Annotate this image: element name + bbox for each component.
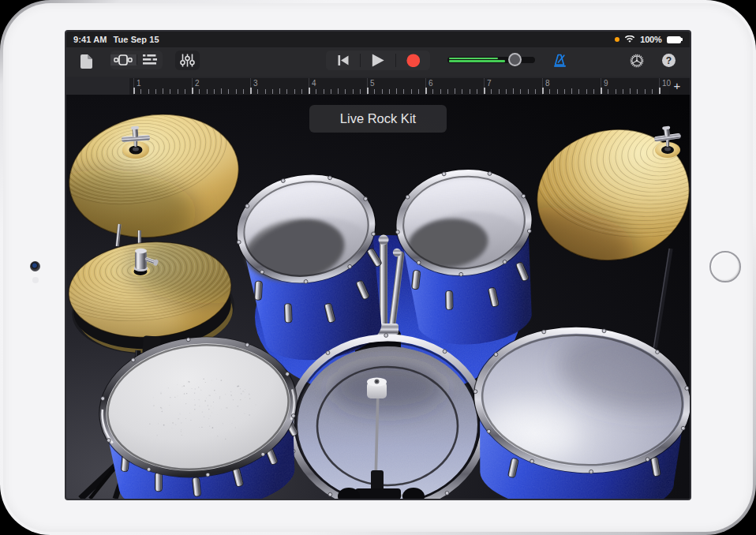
ruler-tick [411, 89, 412, 94]
ruler-tick [578, 89, 579, 94]
record-button[interactable] [395, 54, 430, 68]
my-songs-button[interactable] [77, 52, 95, 71]
screen: 9:41 AM Tue Sep 15 100% [66, 32, 690, 499]
record-icon [406, 54, 421, 68]
ruler-tick [374, 89, 375, 94]
kit-name-label: Live Rock Kit [340, 111, 416, 126]
rewind-to-beginning-icon [338, 55, 349, 65]
ruler-zone [129, 78, 669, 95]
document-icon [80, 54, 93, 69]
ruler-tick [491, 89, 492, 94]
volume-level-right [449, 60, 505, 62]
ruler-tick [272, 89, 273, 94]
ruler-tick [353, 89, 354, 94]
ruler-tick [608, 89, 608, 94]
ruler-tick [228, 89, 229, 94]
rewind-button[interactable] [326, 55, 360, 65]
front-camera [30, 261, 40, 271]
settings-button[interactable] [629, 53, 645, 69]
ruler-bar-tick [425, 88, 427, 94]
ruler-tick [513, 88, 514, 94]
metronome-button[interactable] [553, 54, 567, 67]
ruler-tick [265, 89, 266, 94]
ruler-tick [652, 89, 653, 94]
ruler-tick [432, 89, 433, 94]
ruler-bar-tick [484, 88, 485, 94]
ruler-tick [637, 89, 638, 94]
ruler-tick [294, 89, 295, 94]
metronome-icon [553, 54, 567, 67]
ruler-tick [630, 88, 631, 94]
ruler-tick [207, 89, 208, 94]
ruler-tick [382, 89, 383, 94]
instrument-view-icon [114, 54, 133, 65]
drum-kit [66, 95, 690, 499]
wifi-icon [624, 36, 635, 44]
ruler-tick [389, 89, 390, 94]
bar-ruler[interactable]: 12345678910 + [66, 77, 690, 95]
ruler-tick [477, 89, 477, 94]
ruler-tick [616, 89, 616, 94]
ruler-tick [549, 89, 550, 94]
ruler-tick [571, 88, 572, 94]
ruler-tick [221, 88, 222, 94]
ruler-tick [199, 89, 200, 94]
kit-name-button[interactable]: Live Rock Kit [309, 105, 447, 133]
ruler-bar-number: 5 [370, 79, 375, 88]
drums-instrument-area: Live Rock Kit [66, 95, 690, 499]
ruler-tick [593, 89, 594, 94]
battery-icon [667, 36, 683, 43]
ruler-tick [447, 89, 448, 94]
ruler-tick [286, 89, 287, 94]
transport-controls [326, 51, 430, 70]
ipad-frame: 9:41 AM Tue Sep 15 100% [0, 0, 756, 535]
ruler-tick [257, 89, 258, 94]
ruler-tick [499, 89, 500, 94]
ruler-bar-tick [659, 88, 661, 94]
play-icon [372, 54, 385, 67]
ruler-tick [301, 89, 302, 94]
ruler-tick [148, 89, 149, 94]
tracks-view-icon [143, 54, 157, 65]
gear-icon [629, 53, 645, 69]
ruler-tick [360, 89, 361, 94]
add-bars-button[interactable]: + [668, 77, 687, 95]
track-controls-button[interactable] [175, 51, 200, 70]
ruler-bar-number: 8 [545, 79, 550, 88]
ruler-tick [623, 89, 623, 94]
track-controls-icon [180, 54, 195, 67]
view-segmented-control [110, 51, 163, 69]
ruler-tick [564, 89, 565, 94]
ruler-tick [557, 89, 558, 94]
status-date: Tue Sep 15 [113, 35, 159, 44]
home-button[interactable] [709, 251, 741, 282]
ruler-tick [345, 89, 346, 94]
ruler-bar-tick [601, 88, 602, 94]
ruler-tick [331, 89, 331, 94]
ruler-bar-number: 7 [487, 79, 492, 88]
ruler-tick [178, 89, 178, 94]
help-label: ? [666, 55, 672, 66]
help-button[interactable]: ? [662, 54, 676, 67]
ruler-tick [535, 89, 536, 94]
ruler-tick [324, 89, 324, 94]
tracks-view-button[interactable] [137, 54, 163, 65]
ruler-tick [440, 89, 441, 94]
ruler-tick [470, 89, 470, 94]
kick-drum[interactable] [290, 334, 485, 499]
ruler-bar-tick [309, 88, 310, 94]
play-button[interactable] [360, 54, 395, 67]
ruler-bar-number: 9 [604, 79, 608, 88]
instrument-view-button[interactable] [110, 54, 137, 65]
ruler-tick [316, 89, 316, 94]
ruler-bar-tick [250, 88, 252, 94]
ruler-tick [506, 89, 507, 94]
ruler-tick [170, 89, 170, 94]
volume-knob[interactable] [508, 53, 522, 66]
ruler-tick [455, 88, 455, 94]
ruler-tick [528, 89, 529, 94]
ruler-bar-tick [192, 88, 193, 94]
master-volume-slider[interactable] [447, 57, 535, 63]
ruler-tick [163, 88, 163, 94]
volume-level-left [449, 58, 498, 60]
